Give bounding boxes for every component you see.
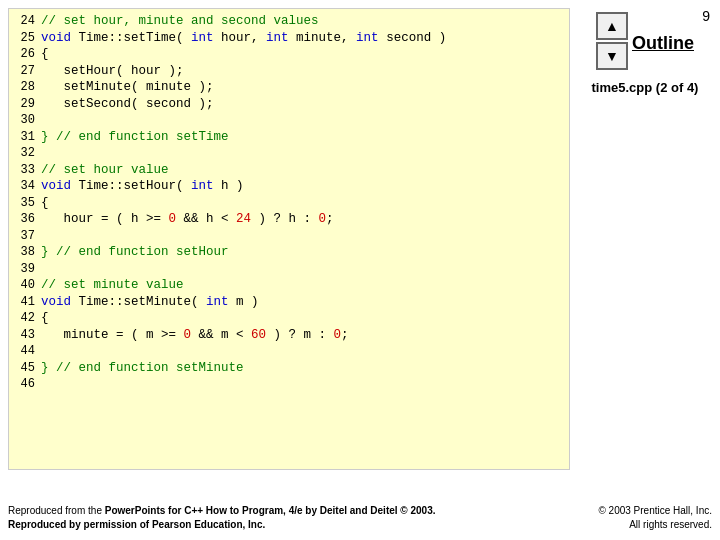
code-line: 31} // end function setTime [9,129,569,146]
line-content: // set minute value [41,277,184,294]
line-number: 33 [13,162,41,179]
line-number: 34 [13,178,41,195]
code-line: 32 [9,145,569,162]
nav-buttons: ▲ ▼ [596,12,628,70]
code-line: 24// set hour, minute and second values [9,13,569,30]
outline-row: ▲ ▼ Outline [596,12,694,74]
code-line: 41void Time::setMinute( int m ) [9,294,569,311]
code-line: 33// set hour value [9,162,569,179]
line-content: void Time::setTime( int hour, int minute… [41,30,446,47]
line-content: } // end function setMinute [41,360,244,377]
line-content: // set hour, minute and second values [41,13,319,30]
line-number: 28 [13,79,41,96]
code-line: 44 [9,343,569,360]
code-line: 45} // end function setMinute [9,360,569,377]
code-line: 40// set minute value [9,277,569,294]
line-number: 26 [13,46,41,63]
file-label: time5.cpp (2 of 4) [592,80,699,95]
line-number: 29 [13,96,41,113]
line-content: { [41,310,49,327]
code-line: 39 [9,261,569,278]
footer-prefix: Reproduced from the [8,505,105,516]
line-number: 30 [13,112,41,129]
footer-copyright-line1: © 2003 Prentice Hall, Inc. [598,504,712,518]
line-content: minute = ( m >= 0 && m < 60 ) ? m : 0; [41,327,349,344]
line-number: 37 [13,228,41,245]
code-line: 36 hour = ( h >= 0 && h < 24 ) ? h : 0; [9,211,569,228]
line-number: 38 [13,244,41,261]
code-display: 24// set hour, minute and second values2… [8,8,570,470]
footer-copyright-line2: All rights reserved. [598,518,712,532]
code-line: 37 [9,228,569,245]
line-content: hour = ( h >= 0 && h < 24 ) ? h : 0; [41,211,334,228]
line-number: 44 [13,343,41,360]
line-number: 31 [13,129,41,146]
code-line: 46 [9,376,569,393]
line-number: 36 [13,211,41,228]
code-line: 30 [9,112,569,129]
line-number: 40 [13,277,41,294]
code-line: 35{ [9,195,569,212]
right-panel: ▲ ▼ Outline time5.cpp (2 of 4) [578,8,712,95]
footer-right: © 2003 Prentice Hall, Inc. All rights re… [598,504,712,532]
line-content: } // end function setHour [41,244,229,261]
line-content: // set hour value [41,162,169,179]
line-number: 32 [13,145,41,162]
line-number: 46 [13,376,41,393]
nav-down-button[interactable]: ▼ [596,42,628,70]
line-content: { [41,46,49,63]
line-number: 42 [13,310,41,327]
line-content: void Time::setHour( int h ) [41,178,244,195]
code-line: 28 setMinute( minute ); [9,79,569,96]
line-content: } // end function setTime [41,129,229,146]
code-line: 43 minute = ( m >= 0 && m < 60 ) ? m : 0… [9,327,569,344]
nav-up-button[interactable]: ▲ [596,12,628,40]
line-number: 41 [13,294,41,311]
line-number: 24 [13,13,41,30]
line-content: setSecond( second ); [41,96,214,113]
line-content: setHour( hour ); [41,63,184,80]
outline-label: Outline [632,33,694,54]
code-line: 38} // end function setHour [9,244,569,261]
footer-left: Reproduced from the PowerPoints for C++ … [8,504,488,532]
code-line: 26{ [9,46,569,63]
line-content: setMinute( minute ); [41,79,214,96]
line-content: void Time::setMinute( int m ) [41,294,259,311]
code-line: 29 setSecond( second ); [9,96,569,113]
code-line: 34void Time::setHour( int h ) [9,178,569,195]
line-content: { [41,195,49,212]
line-number: 39 [13,261,41,278]
line-number: 45 [13,360,41,377]
line-number: 27 [13,63,41,80]
line-number: 25 [13,30,41,47]
line-number: 35 [13,195,41,212]
code-line: 27 setHour( hour ); [9,63,569,80]
line-number: 43 [13,327,41,344]
code-line: 25void Time::setTime( int hour, int minu… [9,30,569,47]
code-line: 42{ [9,310,569,327]
footer: Reproduced from the PowerPoints for C++ … [8,504,712,532]
